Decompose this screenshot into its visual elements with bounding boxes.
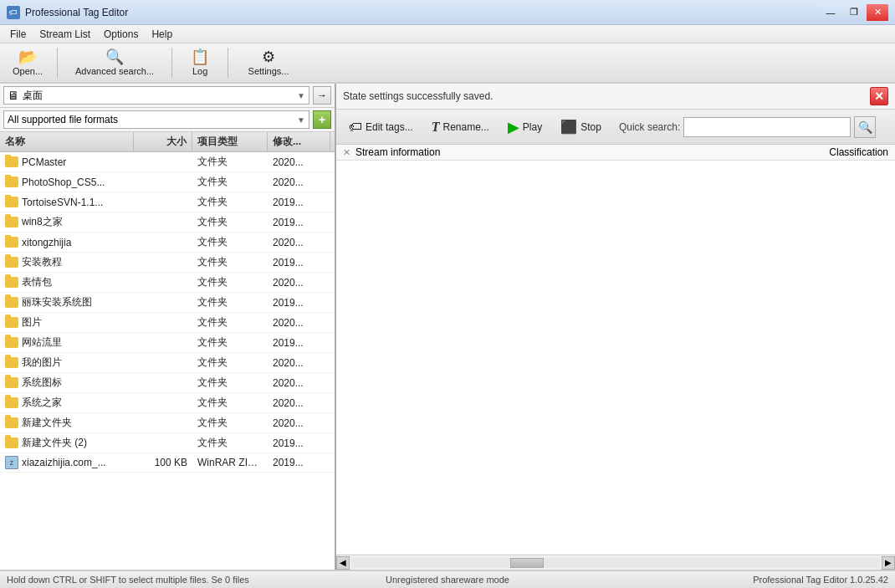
file-type-cell: 文件夹 (192, 414, 268, 432)
add-filter-button[interactable]: + (313, 110, 331, 129)
stream-info-label: Stream information (355, 146, 829, 158)
table-row[interactable]: 系统之家 文件夹 2020... (0, 393, 335, 413)
file-type-cell: 文件夹 (192, 213, 268, 231)
right-panel: State settings successfully saved. ✕ 🏷 E… (336, 84, 895, 570)
col-type-header[interactable]: 项目类型 (192, 132, 268, 151)
open-button[interactable]: 📂 Open... (5, 46, 50, 79)
table-row[interactable]: 丽珠安装系统图 文件夹 2019... (0, 293, 335, 313)
table-row[interactable]: win8之家 文件夹 2019... (0, 212, 335, 233)
table-row[interactable]: 新建文件夹 文件夹 2020... (0, 413, 335, 433)
file-type-cell: 文件夹 (192, 354, 268, 371)
file-list[interactable]: 名称 大小 项目类型 修改... PCMaster 文件夹 2020... Ph… (0, 132, 335, 570)
table-row[interactable]: 安装教程 文件夹 2019... (0, 253, 335, 273)
right-content: ✕ Stream information Classification (336, 145, 895, 555)
menu-options[interactable]: Options (97, 27, 145, 42)
table-row[interactable]: PhotoShop_CS5... 文件夹 2020... (0, 172, 335, 192)
file-type-cell: 文件夹 (192, 314, 268, 331)
filter-bar: All supported file formats ▼ + (0, 108, 335, 132)
stop-button[interactable]: ⬛ Stop (553, 113, 609, 141)
close-status-button[interactable]: ✕ (870, 87, 888, 105)
table-row[interactable]: 新建文件夹 (2) 文件夹 2019... (0, 433, 335, 453)
rename-icon: T (432, 120, 440, 135)
folder-icon (5, 437, 18, 448)
table-row[interactable]: Z xiazaizhijia.com_... 100 KB WinRAR ZIP… (0, 453, 335, 473)
file-size-cell (134, 361, 192, 365)
app-title: Professional Tag Editor (25, 7, 820, 18)
path-navigate-button[interactable]: → (313, 86, 331, 105)
folder-icon (5, 237, 18, 248)
scroll-track[interactable] (351, 558, 880, 568)
quick-search-go-button[interactable]: 🔍 (854, 116, 876, 138)
file-size-cell (134, 281, 192, 284)
minimize-button[interactable]: — (820, 4, 841, 21)
file-type-cell: 文件夹 (192, 294, 268, 311)
file-name-cell: 我的图片 (0, 354, 134, 371)
col-size-header[interactable]: 大小 (134, 132, 192, 151)
menu-stream-list[interactable]: Stream List (33, 27, 97, 42)
quick-search-input[interactable] (683, 117, 851, 137)
scroll-thumb[interactable] (510, 558, 544, 568)
table-row[interactable]: PCMaster 文件夹 2020... (0, 152, 335, 172)
open-icon: 📂 (18, 49, 37, 64)
table-row[interactable]: TortoiseSVN-1.1... 文件夹 2019... (0, 192, 335, 212)
file-size-cell (134, 401, 192, 405)
status-center: Unregistered shareware mode (300, 575, 594, 585)
edit-tags-button[interactable]: 🏷 Edit tags... (341, 113, 421, 141)
file-type-cell: 文件夹 (192, 153, 268, 171)
file-size-cell (134, 422, 192, 425)
folder-icon (5, 397, 18, 408)
file-modified-cell: 2020... (268, 416, 330, 431)
file-size-cell (134, 161, 192, 164)
log-button[interactable]: 📋 Log (179, 46, 221, 79)
stream-close-button[interactable]: ✕ (343, 147, 350, 158)
file-size-cell: 100 KB (134, 455, 192, 470)
quick-search-label: Quick search: (619, 121, 680, 133)
file-name-cell: xitongzhijia (0, 235, 134, 250)
right-scrollbar[interactable]: ◀ ▶ (336, 555, 895, 570)
advanced-search-button[interactable]: 🔍 Advanced search... (64, 46, 165, 79)
path-combobox[interactable]: 🖥 桌面 ▼ (3, 86, 309, 105)
menu-file[interactable]: File (3, 27, 33, 42)
file-name-cell: Z xiazaizhijia.com_... (0, 454, 134, 471)
file-modified-cell: 2019... (268, 455, 330, 470)
edit-tags-icon: 🏷 (349, 120, 362, 135)
file-name-cell: 系统图标 (0, 374, 134, 391)
folder-icon (5, 197, 18, 207)
file-modified-cell: 2019... (268, 295, 330, 310)
table-row[interactable]: 系统图标 文件夹 2020... (0, 373, 335, 393)
play-button[interactable]: ▶ Play (500, 113, 550, 141)
table-row[interactable]: 我的图片 文件夹 2020... (0, 353, 335, 373)
app-icon: 🏷 (7, 6, 20, 19)
file-type-cell: 文件夹 (192, 193, 268, 211)
file-name-cell: 新建文件夹 (0, 414, 134, 432)
file-rows-container: PCMaster 文件夹 2020... PhotoShop_CS5... 文件… (0, 152, 335, 473)
file-size-cell (134, 181, 192, 184)
table-row[interactable]: 网站流里 文件夹 2019... (0, 333, 335, 353)
scroll-left-button[interactable]: ◀ (336, 556, 350, 570)
right-toolbar: 🏷 Edit tags... T Rename... ▶ Play ⬛ Stop… (336, 110, 895, 145)
status-right: Professional Tag Editor 1.0.25.42 (595, 575, 888, 585)
log-icon: 📋 (191, 49, 209, 64)
rename-button[interactable]: T Rename... (424, 113, 497, 141)
file-modified-cell: 2020... (268, 155, 330, 170)
filter-combobox[interactable]: All supported file formats ▼ (3, 110, 309, 129)
scroll-right-button[interactable]: ▶ (882, 556, 895, 570)
file-name-cell: win8之家 (0, 213, 134, 231)
settings-button[interactable]: ⚙ Settings... (235, 46, 302, 79)
file-name-cell: TortoiseSVN-1.1... (0, 195, 134, 210)
col-modified-header[interactable]: 修改... (268, 132, 330, 151)
file-size-cell (134, 241, 192, 244)
file-name-cell: 系统之家 (0, 394, 134, 412)
table-row[interactable]: 图片 文件夹 2020... (0, 313, 335, 333)
file-modified-cell: 2019... (268, 195, 330, 210)
close-button[interactable]: ✕ (867, 4, 888, 21)
menu-help[interactable]: Help (145, 27, 179, 42)
file-size-cell (134, 321, 192, 325)
table-row[interactable]: 表情包 文件夹 2020... (0, 273, 335, 293)
col-name-header[interactable]: 名称 (0, 132, 134, 151)
search-go-icon: 🔍 (858, 120, 872, 134)
file-name-cell: 丽珠安装系统图 (0, 294, 134, 311)
table-row[interactable]: xitongzhijia 文件夹 2020... (0, 233, 335, 253)
file-modified-cell: 2020... (268, 355, 330, 371)
restore-button[interactable]: ❐ (843, 4, 865, 21)
